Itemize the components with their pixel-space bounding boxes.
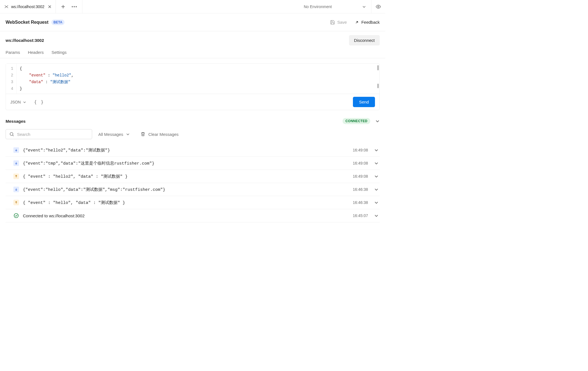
top-bar: ws://localhost:3002 No Environment	[0, 0, 385, 13]
svg-point-3	[378, 6, 379, 7]
request-title: WebSocket Request	[6, 20, 49, 25]
message-editor: 1 2 3 4 { "event" : "hello2", "data" : "…	[6, 63, 380, 110]
expand-message-icon[interactable]	[374, 174, 379, 179]
message-row[interactable]: { "event" : "hello2", "data" : "测试数据" }1…	[6, 170, 380, 183]
message-row[interactable]: { "event" : "hello", "data" : "测试数据" }16…	[6, 196, 380, 209]
expand-message-icon[interactable]	[374, 200, 379, 205]
collapse-messages-icon[interactable]	[375, 119, 380, 123]
environment-label: No Environment	[304, 4, 332, 9]
code-content[interactable]: { "event" : "hello2", "data" : "测试数据" }	[17, 64, 76, 94]
trash-icon	[140, 132, 145, 137]
svg-point-2	[76, 6, 77, 7]
message-time: 16:45:07	[353, 213, 368, 218]
incoming-icon	[13, 187, 19, 192]
connection-url[interactable]: ws://localhost:3002	[6, 38, 343, 43]
scrollbar-thumb[interactable]	[377, 84, 379, 88]
message-text: {"event":"tmp","data":"这里是个临时信息rustfishe…	[23, 161, 349, 166]
save-label: Save	[337, 20, 347, 25]
send-button[interactable]: Send	[353, 97, 375, 107]
request-tab[interactable]: ws://localhost:3002	[0, 0, 56, 13]
clear-label: Clear Messages	[148, 132, 178, 137]
expand-message-icon[interactable]	[374, 213, 379, 218]
message-text: { "event" : "hello", "data" : "测试数据" }	[23, 200, 349, 205]
new-tab-icon[interactable]	[61, 4, 65, 9]
chevron-down-icon	[126, 132, 130, 136]
format-label: JSON	[10, 100, 21, 104]
incoming-icon	[13, 160, 19, 166]
clear-messages-button[interactable]: Clear Messages	[140, 132, 178, 137]
message-list: {"event":"hello2","data":"测试数据"}16:49:08…	[6, 144, 380, 222]
filter-label: All Messages	[98, 132, 123, 137]
message-time: 16:49:08	[353, 161, 368, 165]
beautify-icon[interactable]: { }	[34, 100, 44, 105]
beta-badge: BETA	[51, 20, 65, 25]
outgoing-icon	[13, 200, 19, 205]
message-time: 16:46:38	[353, 187, 368, 192]
external-link-icon	[355, 20, 359, 25]
line-gutter: 1 2 3 4	[6, 64, 17, 94]
close-tab-icon[interactable]	[48, 5, 52, 9]
expand-message-icon[interactable]	[374, 161, 379, 165]
message-row[interactable]: {"event":"hello","data":"测试数据","msg":"ru…	[6, 183, 380, 196]
message-text: { "event" : "hello2", "data" : "测试数据" }	[23, 174, 349, 179]
svg-point-1	[74, 6, 75, 7]
message-text: {"event":"hello2","data":"测试数据"}	[23, 148, 349, 153]
message-search[interactable]	[6, 129, 92, 139]
websocket-icon	[4, 4, 9, 9]
connected-icon	[13, 213, 19, 218]
chevron-down-icon	[23, 100, 26, 104]
disconnect-button[interactable]: Disconnect	[349, 35, 380, 45]
environment-quicklook-icon[interactable]	[371, 0, 385, 13]
url-row: ws://localhost:3002 Disconnect	[0, 31, 385, 45]
save-button[interactable]: Save	[330, 20, 347, 25]
environment-select[interactable]: No Environment	[299, 0, 371, 13]
search-icon	[9, 132, 14, 137]
message-time: 16:49:08	[353, 174, 368, 179]
feedback-label: Feedback	[361, 20, 380, 25]
code-editor[interactable]: 1 2 3 4 { "event" : "hello2", "data" : "…	[6, 64, 379, 94]
request-subtabs: Params Headers Settings	[0, 45, 385, 58]
message-row[interactable]: {"event":"hello2","data":"测试数据"}16:49:08	[6, 144, 380, 157]
tab-title: ws://localhost:3002	[11, 4, 44, 9]
messages-title: Messages	[6, 119, 26, 124]
messages-header: Messages CONNECTED	[6, 118, 380, 124]
tab-params[interactable]: Params	[6, 50, 20, 55]
message-filter-select[interactable]: All Messages	[98, 132, 130, 137]
body-format-select[interactable]: JSON	[10, 100, 26, 104]
message-text: Connected to ws://localhost:3002	[23, 213, 349, 218]
message-time: 16:49:08	[353, 148, 368, 152]
feedback-button[interactable]: Feedback	[355, 20, 380, 25]
tab-settings[interactable]: Settings	[51, 50, 66, 55]
connection-status-badge: CONNECTED	[343, 118, 370, 124]
search-input[interactable]	[17, 132, 89, 137]
tab-headers[interactable]: Headers	[28, 50, 44, 55]
incoming-icon	[13, 147, 19, 153]
svg-point-0	[72, 6, 73, 7]
request-header: WebSocket Request BETA Save Feedback	[0, 13, 385, 31]
outgoing-icon	[13, 174, 19, 179]
message-row[interactable]: {"event":"tmp","data":"这里是个临时信息rustfishe…	[6, 157, 380, 170]
svg-point-5	[14, 214, 18, 218]
message-time: 16:46:38	[353, 200, 368, 205]
save-icon	[330, 20, 335, 25]
message-row[interactable]: Connected to ws://localhost:300216:45:07	[6, 209, 380, 222]
message-text: {"event":"hello","data":"测试数据","msg":"ru…	[23, 187, 349, 192]
svg-point-4	[10, 132, 13, 136]
expand-message-icon[interactable]	[374, 187, 379, 192]
more-tabs-icon[interactable]	[71, 6, 77, 8]
expand-message-icon[interactable]	[374, 148, 379, 152]
scrollbar-thumb[interactable]	[377, 65, 379, 70]
chevron-down-icon	[362, 5, 366, 9]
